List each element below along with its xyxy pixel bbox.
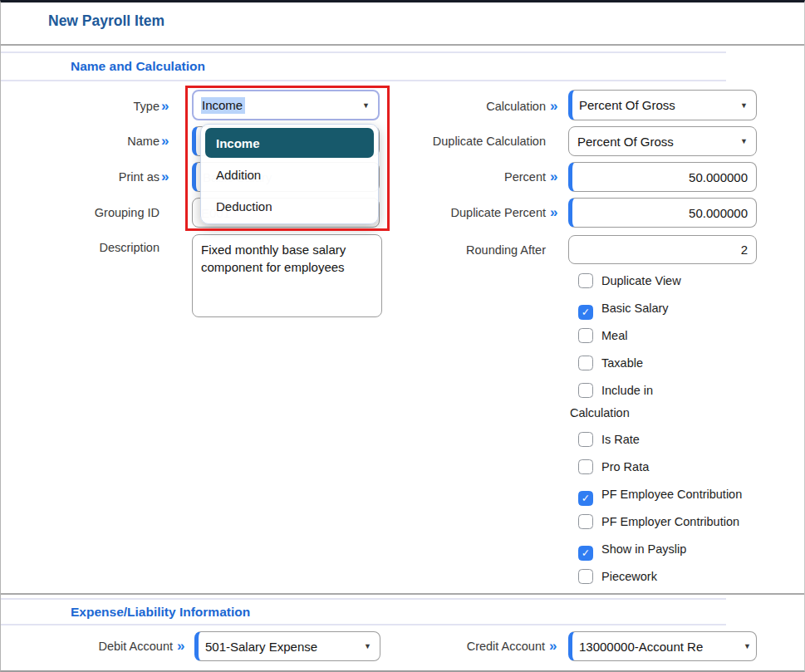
dropdown-arrow-icon: ▼ bbox=[740, 138, 748, 145]
duplicate-view-checkbox[interactable] bbox=[578, 273, 593, 288]
pf-employer-contribution-checkbox-label: PF Employer Contribution bbox=[601, 515, 739, 528]
required-icon: » bbox=[549, 631, 566, 661]
piecework-checkbox-label: Piecework bbox=[601, 570, 657, 583]
divider bbox=[1, 44, 805, 46]
percent-input-value: 50.000000 bbox=[689, 170, 748, 184]
print-as-label: Print as bbox=[17, 162, 160, 192]
duplicate-calculation-select-value: Percent Of Gross bbox=[577, 135, 674, 149]
pf-employer-contribution-checkbox[interactable] bbox=[578, 514, 593, 529]
name-label: Name bbox=[17, 126, 160, 156]
taxable-checkbox[interactable] bbox=[578, 356, 593, 370]
debit-account-label: Debit Account bbox=[17, 631, 173, 661]
checkbox-row-is-rate[interactable]: Is Rate bbox=[570, 429, 803, 451]
checkbox-row-piecework[interactable]: Piecework bbox=[570, 566, 803, 588]
meal-checkbox-label: Meal bbox=[601, 329, 627, 342]
show-in-payslip-checkbox-label: Show in Payslip bbox=[601, 542, 686, 556]
description-text: Fixed monthly base salary component for … bbox=[201, 241, 346, 276]
debit-account-select-value: 501-Salary Expense bbox=[205, 640, 317, 654]
checkbox-row-pro-rata[interactable]: Pro Rata bbox=[570, 456, 803, 478]
required-icon: » bbox=[161, 126, 178, 156]
dropdown-arrow-icon: ▼ bbox=[740, 101, 748, 109]
duplicate-percent-input-value: 50.000000 bbox=[689, 206, 748, 220]
checkbox-row-show-in-payslip[interactable]: ✓Show in Payslip bbox=[570, 538, 803, 561]
required-icon: » bbox=[161, 91, 178, 121]
basic-salary-checkbox-label: Basic Salary bbox=[601, 302, 669, 315]
required-icon: » bbox=[161, 162, 178, 192]
section-title: Name and Calculation bbox=[1, 53, 726, 80]
pro-rata-checkbox-label: Pro Rata bbox=[601, 460, 649, 473]
section-header-expense-liability: Expense/Liability Information bbox=[1, 598, 726, 625]
calculation-select-value: Percent Of Gross bbox=[579, 98, 675, 112]
duplicate-percent-input[interactable]: 50.000000 bbox=[568, 198, 757, 228]
section-title: Expense/Liability Information bbox=[1, 600, 726, 624]
is-rate-checkbox[interactable] bbox=[578, 432, 593, 447]
calculation-select[interactable]: Percent Of Gross ▼ bbox=[568, 90, 757, 120]
type-label: Type bbox=[17, 91, 160, 121]
taxable-checkbox-label: Taxable bbox=[601, 356, 643, 370]
rounding-after-input-value: 2 bbox=[741, 243, 748, 257]
meal-checkbox[interactable] bbox=[578, 328, 593, 343]
new-payroll-item-form: New Payroll Item Name and Calculation Ty… bbox=[0, 0, 805, 672]
credit-account-select[interactable]: 13000000-Account Re ▼ bbox=[568, 631, 757, 661]
checkbox-row-pf-employee-contribution[interactable]: ✓PF Employee Contribution bbox=[570, 483, 803, 506]
required-icon: » bbox=[550, 198, 567, 228]
dropdown-arrow-icon: ▼ bbox=[744, 643, 751, 650]
credit-account-select-value: 13000000-Account Re bbox=[579, 640, 703, 654]
description-label: Description bbox=[17, 236, 160, 256]
required-icon: » bbox=[177, 631, 194, 661]
divider bbox=[1, 593, 805, 595]
checkbox-row-duplicate-view[interactable]: Duplicate View bbox=[570, 270, 803, 292]
show-in-payslip-checkbox[interactable]: ✓ bbox=[578, 546, 593, 561]
required-icon: » bbox=[550, 162, 567, 192]
is-rate-checkbox-label: Is Rate bbox=[601, 433, 640, 446]
section-header-name-calculation: Name and Calculation bbox=[1, 52, 726, 81]
pro-rata-checkbox[interactable] bbox=[578, 459, 593, 474]
piecework-checkbox[interactable] bbox=[578, 569, 593, 584]
annotation-red-rectangle bbox=[185, 86, 390, 231]
checkbox-row-include-in-calculation[interactable]: Include in Calculation bbox=[570, 380, 695, 424]
checkbox-row-meal[interactable]: Meal bbox=[570, 325, 803, 347]
basic-salary-checkbox[interactable]: ✓ bbox=[578, 305, 593, 320]
checkbox-row-taxable[interactable]: Taxable bbox=[570, 352, 803, 375]
duplicate-view-checkbox-label: Duplicate View bbox=[601, 274, 681, 287]
required-icon: » bbox=[550, 91, 567, 121]
pf-employee-contribution-checkbox-label: PF Employee Contribution bbox=[601, 488, 742, 501]
percent-input[interactable]: 50.000000 bbox=[568, 162, 757, 192]
duplicate-calculation-select[interactable]: Percent Of Gross ▼ bbox=[568, 126, 757, 156]
credit-account-label: Credit Account bbox=[350, 631, 545, 661]
grouping-id-label: Grouping ID bbox=[17, 198, 160, 228]
checkbox-row-pf-employer-contribution[interactable]: PF Employer Contribution bbox=[570, 511, 803, 533]
rounding-after-label: Rounding After bbox=[333, 235, 546, 265]
include-in-calculation-checkbox[interactable] bbox=[578, 383, 593, 398]
page-title: New Payroll Item bbox=[48, 12, 164, 30]
rounding-after-input[interactable]: 2 bbox=[568, 235, 757, 264]
checkbox-row-basic-salary[interactable]: ✓Basic Salary bbox=[570, 297, 803, 320]
pf-employee-contribution-checkbox[interactable]: ✓ bbox=[578, 491, 593, 506]
